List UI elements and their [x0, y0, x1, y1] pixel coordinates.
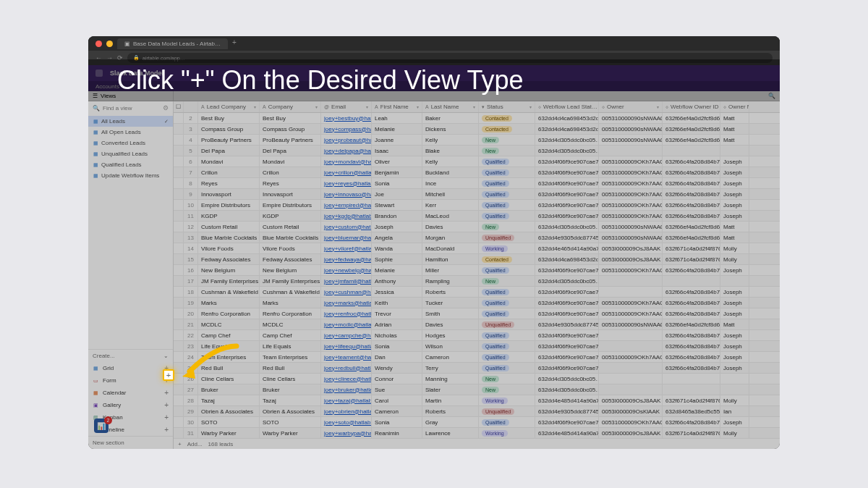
table-row[interactable]: 18 Cushman & Wakefield Cushman & Wakefie… [174, 287, 780, 298]
row-checkbox[interactable] [174, 265, 184, 275]
cell-webflow-lead-status[interactable]: 632dd4f06f9ce907cae78… [535, 287, 599, 297]
cell-status[interactable]: Qualified [479, 178, 535, 188]
row-checkbox[interactable] [174, 406, 184, 416]
cell-status[interactable]: Qualified [479, 341, 535, 351]
cell-company[interactable]: Reyes [260, 178, 321, 188]
cell-webflow-lead-status[interactable]: 632dd4d305ddc0bc05… [535, 222, 599, 232]
column-header[interactable]: ⟐Webflow Lead Stat…▾ [535, 101, 599, 112]
cell-webflow-owner-id[interactable]: 632f66ef4a0d2fcf8d6cb… [663, 222, 720, 232]
cell-webflow-owner-id[interactable] [663, 276, 720, 286]
row-checkbox[interactable] [174, 384, 184, 395]
table-row[interactable]: 4 ProBeauty Partners ProBeauty Partners … [174, 135, 780, 146]
cell-first-name[interactable]: Nicholas [372, 330, 422, 340]
cell-first-name[interactable]: Brandon [372, 211, 422, 221]
column-header[interactable]: ALast Name▾ [422, 101, 479, 112]
cell-last-name[interactable]: Lawrence [422, 428, 479, 438]
row-checkbox[interactable] [174, 330, 184, 340]
cell-email[interactable]: joey+tazaj@hatlabs.com [321, 395, 372, 405]
sidebar-view-item[interactable]: ▦Qualified Leads [88, 159, 173, 170]
nav-back-icon[interactable]: ← [95, 54, 102, 62]
cell-status[interactable]: Qualified [479, 265, 535, 275]
cell-webflow-lead-status[interactable]: 632dd4f06f9ce907cae78… [535, 417, 599, 427]
cell-company[interactable]: MCDLC [260, 319, 321, 329]
cell-owner-name[interactable] [720, 384, 749, 395]
cell-webflow-lead-status[interactable]: 632dd4f06f9ce907cae78… [535, 211, 599, 221]
cell-status[interactable]: Qualified [479, 298, 535, 308]
row-checkbox[interactable] [174, 113, 184, 123]
cell-email[interactable]: joey+kgdp@hatlabs.com [321, 211, 372, 221]
cell-status[interactable]: New [479, 222, 535, 232]
select-all-checkbox[interactable]: ☐ [174, 101, 184, 112]
cell-webflow-owner-id[interactable]: 632f66c4fa208d84b77e… [663, 417, 720, 427]
cell-owner-name[interactable]: Molly [720, 254, 749, 264]
cell-lead-company[interactable]: Life Equals [198, 341, 260, 351]
cell-lead-company[interactable]: Mondavi [198, 156, 260, 167]
cell-owner[interactable]: 00531000009OKh7AAG [599, 417, 663, 427]
cell-last-name[interactable]: Ince [422, 178, 479, 188]
cell-lead-company[interactable]: Obrien & Associates [198, 406, 260, 416]
row-checkbox[interactable] [174, 189, 184, 199]
cell-email[interactable]: joey+marks@hatlabs.com [321, 298, 372, 308]
cell-owner[interactable]: 0053I000009OsJ8AAK [599, 428, 663, 438]
cell-owner-name[interactable]: Joseph [720, 265, 749, 275]
add-view-plus-button[interactable]: + [164, 426, 169, 434]
cell-lead-company[interactable]: Warby Parker [198, 428, 260, 438]
cell-webflow-lead-status[interactable]: 632dd4f06f9ce907cae78… [535, 352, 599, 362]
column-header[interactable]: ⟐Owner Na…▾ [720, 101, 749, 112]
table-row[interactable]: 14 Vilore Foods Vilore Foods joey+vilore… [174, 243, 780, 254]
cell-owner-name[interactable]: Joseph [720, 178, 749, 188]
cell-status[interactable]: New [479, 146, 535, 156]
cell-owner[interactable]: 005310000090sNWAA0 [599, 124, 663, 134]
cell-company[interactable]: ProBeauty Partners [260, 135, 321, 145]
cell-webflow-owner-id[interactable]: 632f66c4fa208d84b77e… [663, 178, 720, 188]
add-row-button[interactable]: Add... [187, 441, 203, 447]
cell-webflow-lead-status[interactable]: 632dd4e9305ddc87745… [535, 232, 599, 243]
cell-last-name[interactable]: Martin [422, 395, 479, 405]
browser-tab[interactable]: ▣ Base Data Model Leads - Airtab… [117, 38, 228, 49]
cell-webflow-lead-status[interactable]: 632dd4d305ddc0bc05… [535, 135, 599, 145]
cell-last-name[interactable]: Tucker [422, 298, 479, 308]
column-menu-icon[interactable]: ▾ [473, 104, 475, 109]
cell-webflow-owner-id[interactable]: 632f66c4fa208d84b77e… [663, 308, 720, 319]
cell-webflow-owner-id[interactable]: 632f66c4fa208d84b77e… [663, 330, 720, 340]
cell-email[interactable]: joey+cushman@hatlabs… [321, 287, 372, 297]
cell-email[interactable]: joey+fedwaya@hatlabs.c… [321, 254, 372, 264]
cell-first-name[interactable]: Sue [372, 384, 422, 395]
cell-lead-company[interactable]: Crillon [198, 167, 260, 177]
cell-company[interactable]: Life Equals [260, 341, 321, 351]
cell-owner[interactable] [599, 341, 663, 351]
cell-webflow-lead-status[interactable]: 632dd4d305ddc0bc05… [535, 374, 599, 384]
row-checkbox[interactable] [174, 363, 184, 373]
cell-email[interactable]: joey+empired@hatlabs.c… [321, 200, 372, 210]
cell-webflow-owner-id[interactable]: 632f66c4fa208d84b77e… [663, 341, 720, 351]
sidebar-view-item[interactable]: ▦Converted Leads [88, 138, 173, 148]
table-row[interactable]: 15 Fedway Associates Fedway Associates j… [174, 254, 780, 265]
cell-last-name[interactable]: Morgan [422, 232, 479, 243]
cell-last-name[interactable]: Gray [422, 417, 479, 427]
cell-owner-name[interactable]: Joseph [720, 287, 749, 297]
cell-company[interactable]: Renfro Corporation [260, 308, 321, 319]
cell-email[interactable]: joey+newbelg@hatlabs.c… [321, 265, 372, 275]
cell-owner-name[interactable]: Molly [720, 428, 749, 438]
cell-lead-company[interactable]: Renfro Corporation [198, 308, 260, 319]
cell-owner-name[interactable]: Molly [720, 243, 749, 253]
cell-owner[interactable]: 00531000009OKh7AAG [599, 265, 663, 275]
cell-status[interactable]: Qualified [479, 189, 535, 199]
cell-email[interactable]: joey+reyes@hatlabs.com [321, 178, 372, 188]
cell-lead-company[interactable]: Blue Marble Cocktails [198, 232, 260, 243]
cell-last-name[interactable]: Wilson [422, 341, 479, 351]
cell-lead-company[interactable]: SOTO [198, 417, 260, 427]
cell-owner-name[interactable]: Joseph [720, 341, 749, 351]
cell-lead-company[interactable]: Compass Group [198, 124, 260, 134]
cell-owner-name[interactable]: Molly [720, 395, 749, 405]
cell-company[interactable]: New Belgium [260, 265, 321, 275]
cell-last-name[interactable]: Rampling [422, 276, 479, 286]
row-checkbox[interactable] [174, 352, 184, 362]
cell-owner[interactable] [599, 374, 663, 384]
cell-webflow-lead-status[interactable]: 632dd4f06f9ce907cae78… [535, 363, 599, 373]
cell-first-name[interactable]: Connor [372, 374, 422, 384]
cell-owner-name[interactable]: Joseph [720, 298, 749, 308]
cell-company[interactable]: Fedway Associates [260, 254, 321, 264]
cell-last-name[interactable]: Baker [422, 113, 479, 123]
cell-company[interactable]: Obrien & Associates [260, 406, 321, 416]
